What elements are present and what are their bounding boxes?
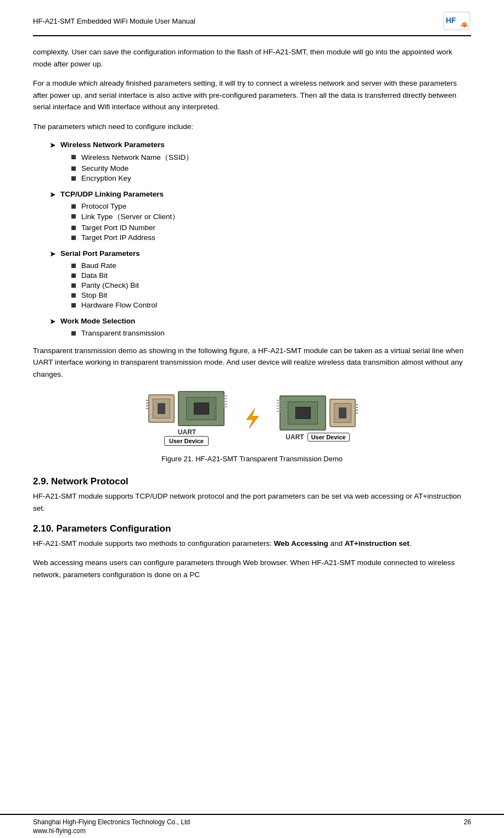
page-footer: Shanghai High-Flying Electronics Technol… (0, 814, 504, 838)
square-bullet-icon (71, 236, 76, 240)
section-210-heading: 2.10. Parameters Configuration (33, 523, 471, 534)
bullet-section-serial: ➤ Serial Port Parameters Baud Rate Data … (49, 249, 471, 309)
list-item: Encryption Key (71, 174, 471, 182)
svg-point-2 (463, 25, 466, 27)
header-title: HF-A21-SMT Embedded WiFi Module User Man… (33, 17, 195, 25)
arrow-bullet-icon: ➤ (49, 249, 56, 258)
arrow-bullet-icon: ➤ (49, 317, 56, 326)
square-bullet-icon (71, 264, 76, 268)
square-bullet-icon (71, 283, 76, 288)
square-bullet-icon (71, 155, 76, 159)
tcpudp-sub-bullets: Protocol Type Link Type（Server or Client… (71, 202, 471, 242)
list-item: Protocol Type (71, 202, 471, 210)
list-item: Transparent transmission (71, 329, 471, 337)
figure-area: UART User Device (33, 391, 471, 463)
list-item: Stop Bit (71, 291, 471, 299)
pcb-module-left (178, 391, 225, 426)
bullet-header-tcpudp: ➤ TCP/UDP Linking Parameters (49, 190, 471, 199)
bullet-section-tcpudp: ➤ TCP/UDP Linking Parameters Protocol Ty… (49, 190, 471, 242)
square-bullet-icon (71, 176, 76, 181)
wireless-sub-bullets: Wireless Network Name（SSID） Security Mod… (71, 153, 471, 182)
right-device-group: UART User Device (279, 395, 356, 442)
list-item: Security Mode (71, 164, 471, 172)
section-210-body1: HF-A21-SMT module supports two methods t… (33, 538, 471, 550)
left-device-group: UART User Device (148, 391, 225, 446)
bullet-header-wireless: ➤ Wireless Network Parameters (49, 141, 471, 149)
arrow-bullet-icon: ➤ (49, 141, 56, 149)
footer-company: Shanghai High-Flying Electronics Technol… (33, 818, 190, 826)
intro-paragraph-3: The parameters which need to configure i… (33, 121, 471, 133)
list-item: Parity (Check) Bit (71, 281, 471, 289)
figure-caption: Figure 21. HF-A21-SMT Transparent Transm… (161, 455, 343, 463)
list-item: Baud Rate (71, 261, 471, 270)
section-210: 2.10. Parameters Configuration HF-A21-SM… (33, 523, 471, 581)
list-item: Target Port IP Address (71, 233, 471, 242)
square-bullet-icon (71, 204, 76, 209)
intro-paragraph-1: complexity. User can save the configurat… (33, 46, 471, 70)
section-29-body: HF-A21-SMT module supports TCP/UDP netwo… (33, 490, 471, 514)
user-device-label-left: User Device (164, 436, 209, 446)
workmode-sub-bullets: Transparent transmission (71, 329, 471, 337)
section-210-body4: Web accessing means users can configure … (33, 557, 471, 580)
bullet-header-workmode: ➤ Work Mode Selection (49, 317, 471, 326)
list-item: Data Bit (71, 271, 471, 280)
square-bullet-icon (71, 293, 76, 298)
section-29: 2.9. Network Protocol HF-A21-SMT module … (33, 476, 471, 514)
list-item: Target Port ID Number (71, 224, 471, 232)
pcb-module-right (279, 395, 326, 431)
workmode-header-text: Work Mode Selection (60, 317, 135, 325)
square-bullet-icon (71, 331, 76, 336)
page-number: 26 (464, 818, 471, 835)
bullet-section-workmode: ➤ Work Mode Selection Transparent transm… (49, 317, 471, 337)
serial-sub-bullets: Baud Rate Data Bit Parity (Check) Bit St… (71, 261, 471, 309)
bullet-header-serial: ➤ Serial Port Parameters (49, 249, 471, 258)
list-item: Link Type（Server or Client） (71, 212, 471, 222)
wireless-header-text: Wireless Network Parameters (60, 141, 165, 149)
transparent-paragraph: Transparent transmission demo as showing… (33, 345, 471, 381)
serial-header-text: Serial Port Parameters (60, 249, 140, 258)
list-item: Wireless Network Name（SSID） (71, 153, 471, 163)
lightning-icon (236, 407, 268, 429)
square-bullet-icon (71, 166, 76, 171)
section-29-heading: 2.9. Network Protocol (33, 476, 471, 487)
square-bullet-icon (71, 303, 76, 308)
square-bullet-icon (71, 214, 76, 219)
svg-text:HF: HF (446, 16, 456, 25)
page-header: HF-A21-SMT Embedded WiFi Module User Man… (33, 11, 471, 36)
square-bullet-icon (71, 273, 76, 278)
svg-marker-3 (247, 409, 259, 428)
arrow-bullet-icon: ➤ (49, 190, 56, 199)
square-bullet-icon (71, 226, 76, 230)
hf-logo-icon: HF (443, 11, 471, 31)
intro-paragraph-2: For a module which already finished para… (33, 77, 471, 113)
bullet-section-wireless: ➤ Wireless Network Parameters Wireless N… (49, 141, 471, 182)
figure-image: UART User Device (148, 391, 356, 446)
list-item: Hardware Flow Control (71, 301, 471, 309)
tcpudp-header-text: TCP/UDP Linking Parameters (60, 190, 164, 198)
footer-website: www.hi-flying.com (33, 827, 86, 835)
